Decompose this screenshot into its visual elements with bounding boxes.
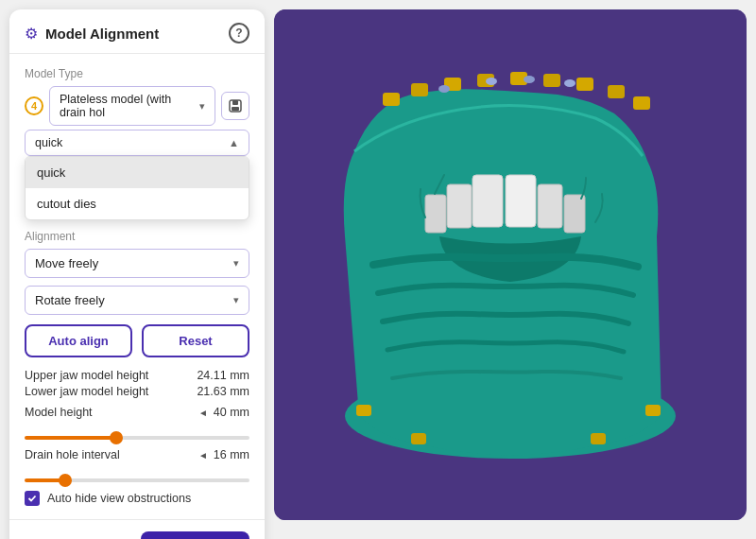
rotate-freely-label: Rotate freely (35, 293, 105, 307)
svg-rect-27 (591, 433, 606, 444)
svg-rect-19 (633, 96, 650, 110)
svg-rect-2 (232, 107, 239, 111)
drain-hole-slider-wrapper (25, 471, 249, 485)
svg-point-21 (486, 78, 497, 85)
measurements: Upper jaw model height 24.11 mm Lower ja… (25, 369, 249, 398)
drain-hole-slider[interactable] (25, 478, 249, 482)
rotate-freely-select[interactable]: Rotate freely ▾ (25, 286, 249, 315)
dropdown-item-cutout[interactable]: cutout dies (26, 188, 249, 219)
mode-current-value: quick (35, 136, 62, 149)
model-type-select[interactable]: Plateless model (with drain hol ▾ (49, 86, 215, 126)
upper-jaw-row: Upper jaw model height 24.11 mm (25, 369, 249, 382)
drain-hole-arrow-icon[interactable]: ◄ (198, 450, 208, 461)
svg-rect-12 (411, 83, 428, 96)
svg-rect-9 (425, 195, 446, 233)
model-type-value: Plateless model (with drain hol (60, 93, 199, 119)
model-type-label: Model Type (25, 67, 249, 80)
svg-rect-17 (576, 78, 593, 91)
model-height-value: 40 mm (214, 406, 249, 419)
svg-rect-1 (232, 100, 238, 105)
svg-point-22 (524, 76, 535, 83)
svg-rect-5 (472, 175, 503, 227)
drain-hole-controls: ◄ 16 mm (198, 448, 249, 461)
auto-hide-row: Auto hide view obstructions (25, 491, 249, 506)
panel-header: ⚙ Model Alignment ? (9, 9, 265, 54)
drain-hole-section: Drain hole interval ◄ 16 mm (25, 448, 249, 485)
mode-dropdown-menu: quick cutout dies (25, 156, 249, 220)
svg-rect-7 (447, 184, 472, 228)
upper-jaw-label: Upper jaw model height (25, 369, 148, 382)
auto-hide-checkbox[interactable] (25, 491, 40, 506)
move-freely-label: Move freely (35, 256, 98, 270)
wrench-icon: ⚙ (25, 25, 38, 43)
help-icon[interactable]: ? (229, 23, 249, 43)
lower-jaw-value: 21.63 mm (197, 385, 249, 398)
mode-dropdown-wrapper: quick ▲ quick cutout dies (25, 130, 249, 156)
model-type-row: 4 Plateless model (with drain hol ▾ (25, 86, 249, 126)
svg-point-20 (438, 85, 450, 93)
model-height-label: Model height (25, 406, 198, 419)
svg-rect-11 (383, 93, 400, 106)
left-panel: ⚙ Model Alignment ? Model Type 4 Platele… (9, 9, 265, 539)
drain-hole-label: Drain hole interval (25, 448, 198, 461)
drain-hole-row: Drain hole interval ◄ 16 mm (25, 448, 249, 461)
svg-rect-10 (564, 195, 585, 233)
svg-rect-8 (538, 184, 562, 228)
dropdown-item-quick[interactable]: quick (26, 157, 249, 188)
mode-chevron-up-icon: ▲ (229, 137, 239, 148)
auto-align-button[interactable]: Auto align (25, 324, 132, 357)
panel-content: Model Type 4 Plateless model (with drain… (9, 54, 265, 519)
panel-footer: ← BACK NEXT → (9, 519, 265, 539)
alignment-section: Alignment Move freely ▾ Rotate freely ▾ … (25, 230, 249, 506)
rotate-chevron-icon: ▾ (233, 294, 239, 306)
drain-hole-value: 16 mm (214, 448, 249, 461)
model-height-row: Model height ◄ 40 mm (25, 406, 249, 419)
next-button[interactable]: NEXT → (141, 531, 249, 539)
save-icon (228, 98, 243, 113)
save-icon-btn[interactable] (221, 92, 249, 120)
checkmark-icon (27, 494, 37, 503)
mode-dropdown-trigger[interactable]: quick ▲ (25, 130, 249, 156)
alignment-label: Alignment (25, 230, 249, 243)
svg-rect-6 (506, 175, 536, 227)
model-height-slider-wrapper (25, 428, 249, 443)
model-height-section: Model height ◄ 40 mm (25, 406, 249, 443)
svg-rect-25 (645, 405, 661, 416)
lower-jaw-row: Lower jaw model height 21.63 mm (25, 385, 249, 398)
move-freely-select[interactable]: Move freely ▾ (25, 249, 249, 278)
model-height-controls: ◄ 40 mm (198, 406, 249, 419)
svg-rect-16 (543, 74, 560, 87)
svg-rect-26 (411, 433, 426, 444)
lower-jaw-label: Lower jaw model height (25, 385, 148, 398)
panel-title-row: ⚙ Model Alignment (25, 25, 159, 43)
dental-model-view (274, 9, 747, 520)
auto-hide-label: Auto hide view obstructions (47, 492, 191, 505)
step-badge: 4 (25, 96, 43, 115)
svg-rect-24 (356, 405, 371, 416)
model-height-arrow-icon[interactable]: ◄ (198, 408, 208, 418)
panel-title: Model Alignment (45, 26, 159, 42)
move-chevron-icon: ▾ (233, 257, 239, 270)
upper-jaw-value: 24.11 mm (197, 369, 249, 382)
reset-button[interactable]: Reset (142, 324, 249, 357)
chevron-down-icon: ▾ (199, 100, 205, 113)
svg-rect-18 (608, 85, 625, 98)
svg-point-23 (564, 79, 576, 87)
right-panel (274, 9, 747, 520)
model-height-slider[interactable] (25, 436, 249, 440)
btn-row: Auto align Reset (25, 324, 249, 357)
